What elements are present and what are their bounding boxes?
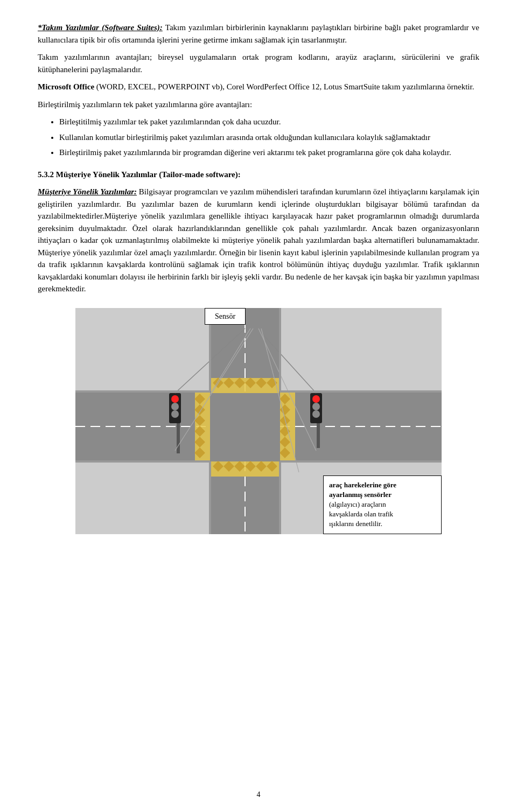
list-item-3: Birleştirilmiş paket yazılımlarında bir … — [59, 146, 479, 159]
paragraph-5: Müşteriye Yönelik Yazılımlar: Bilgisayar… — [38, 186, 479, 295]
paragraph-1: *Takım Yazılımlar (Software Suites): Tak… — [38, 22, 479, 46]
paragraph-3: Microsoft Office (WORD, EXCEL, POWERPOIN… — [38, 81, 479, 93]
paragraph-3-body: (WORD, EXCEL, POWERPOINT vb), Corel Word… — [94, 82, 474, 91]
svg-rect-63 — [279, 461, 281, 534]
svg-rect-3 — [210, 391, 280, 461]
svg-point-42 — [171, 395, 179, 403]
page-number: 4 — [0, 790, 517, 799]
crosswalk-left — [194, 393, 210, 460]
microsoft-office-text: Microsoft Office — [38, 82, 94, 91]
svg-rect-59 — [280, 460, 442, 463]
svg-point-48 — [312, 395, 320, 403]
crosswalk-bottom — [211, 461, 279, 477]
svg-rect-19 — [211, 461, 279, 477]
svg-rect-57 — [280, 390, 442, 393]
caption-text: araç harekelerine göre ayarlanmış sensör… — [329, 481, 396, 528]
caption-line5: ışıklarını denetlilir. — [329, 520, 382, 528]
svg-rect-5 — [280, 308, 442, 391]
caption-line4: kavşaklarda olan trafik — [329, 510, 393, 518]
svg-point-50 — [312, 410, 320, 418]
main-content: *Takım Yazılımlar (Software Suites): Tak… — [38, 22, 479, 534]
svg-rect-61 — [209, 461, 211, 534]
diagram-area: Sensör — [38, 308, 479, 534]
caption-line3: (algılayıcı) araçların — [329, 500, 386, 508]
paragraph-5-body: Bilgisayar programcıları ve yazılım mühe… — [38, 187, 479, 293]
caption-line1: araç harekelerine göre — [329, 481, 396, 489]
advantages-list: Birleştitilmiş yazılımlar tek paket yazı… — [59, 116, 479, 159]
svg-rect-6 — [75, 461, 210, 534]
section-heading-tailor-made: 5.3.2 Müşteriye Yönelik Yazılımlar (Tail… — [38, 169, 479, 181]
title-software-suites: *Takım Yazılımlar (Software Suites): — [38, 23, 163, 32]
svg-rect-58 — [75, 460, 210, 463]
diagram-container: Sensör — [75, 308, 442, 534]
sensor-label-box: Sensör — [205, 308, 246, 325]
svg-point-44 — [171, 410, 179, 418]
svg-rect-62 — [279, 308, 281, 391]
sensor-label-text: Sensör — [215, 312, 235, 320]
svg-point-43 — [171, 403, 179, 410]
page: *Takım Yazılımlar (Software Suites): Tak… — [0, 0, 517, 812]
caption-line2: ayarlanmış sensörler — [329, 491, 392, 499]
svg-rect-12 — [211, 378, 279, 393]
svg-point-49 — [312, 403, 320, 410]
list-item-1: Birleştitilmiş yazılımlar tek paket yazı… — [59, 116, 479, 128]
crosswalk-top — [211, 377, 279, 393]
caption-box: araç harekelerine göre ayarlanmış sensör… — [323, 475, 442, 534]
svg-rect-56 — [75, 390, 210, 393]
paragraph-4-intro: Birleştirilmiş yazılımların tek paket ya… — [38, 99, 479, 111]
paragraph-2: Takım yazılımlarının avantajları; bireys… — [38, 51, 479, 75]
tailor-made-title: Müşteriye Yönelik Yazılımlar: — [38, 187, 137, 196]
list-item-2: Kullanılan komutlar birleştirilmiş paket… — [59, 131, 479, 144]
